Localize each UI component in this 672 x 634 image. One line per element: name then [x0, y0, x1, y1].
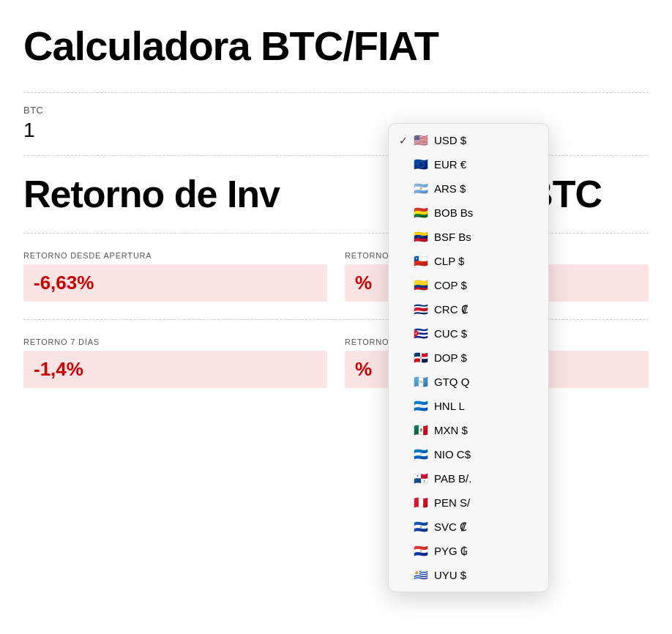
- dropdown-item-cuc[interactable]: 🇨🇺CUC $: [389, 321, 548, 346]
- flag-icon: 🇵🇦: [414, 471, 428, 485]
- dropdown-item-hnl[interactable]: 🇭🇳HNL L: [389, 394, 548, 418]
- dropdown-item-uyu[interactable]: 🇺🇾UYU $: [389, 563, 548, 587]
- dropdown-item-nio[interactable]: 🇳🇮NIO C$: [389, 442, 548, 466]
- flag-icon: 🇨🇱: [414, 254, 428, 268]
- currency-label: HNL L: [434, 400, 465, 412]
- currency-dropdown[interactable]: ✓🇺🇸USD $🇪🇺EUR €🇦🇷ARS $🇧🇴BOB Bs🇻🇪BSF Bs🇨🇱…: [388, 123, 549, 592]
- currency-label: CUC $: [434, 327, 467, 340]
- dropdown-item-cop[interactable]: 🇨🇴COP $: [389, 273, 548, 297]
- flag-icon: 🇪🇺: [414, 157, 428, 171]
- currency-label: DOP $: [434, 351, 467, 364]
- flag-icon: 🇲🇽: [414, 423, 428, 437]
- dropdown-item-ars[interactable]: 🇦🇷ARS $: [389, 176, 548, 201]
- currency-label: ARS $: [434, 182, 466, 195]
- currency-label: PYG ₲: [434, 545, 468, 558]
- flag-icon: 🇦🇷: [414, 182, 428, 195]
- flag-icon: 🇻🇪: [414, 230, 428, 244]
- btc-divider: [23, 155, 649, 156]
- flag-icon: 🇺🇾: [414, 568, 428, 582]
- currency-label: BSF Bs: [434, 231, 471, 243]
- btc-value: 1: [23, 119, 649, 148]
- flag-icon: 🇨🇺: [414, 327, 428, 340]
- currency-label: CRC ₡: [434, 303, 468, 316]
- currency-label: PAB B/.: [434, 472, 471, 485]
- dropdown-item-dop[interactable]: 🇩🇴DOP $: [389, 346, 548, 370]
- dropdown-item-pab[interactable]: 🇵🇦PAB B/.: [389, 466, 548, 491]
- flag-icon: 🇧🇴: [414, 206, 428, 220]
- page-title: Calculadora BTC/FIAT: [23, 23, 649, 69]
- btc-label: BTC: [23, 105, 649, 116]
- returns-section: RETORNO DESDE APERTURA -6,63% RETORNO 1 …: [23, 245, 649, 394]
- currency-label: GTQ Q: [434, 376, 469, 388]
- roi-title-text: Retorno de Inv: [23, 173, 280, 215]
- return-apertura-label: RETORNO DESDE APERTURA: [23, 251, 327, 260]
- currency-label: SVC ₡: [434, 521, 467, 534]
- flag-icon: 🇩🇴: [414, 351, 428, 365]
- dropdown-item-bsf[interactable]: 🇻🇪BSF Bs: [389, 225, 548, 249]
- currency-label: EUR €: [434, 158, 466, 171]
- dropdown-item-pyg[interactable]: 🇵🇾PYG ₲: [389, 539, 548, 563]
- currency-label: UYU $: [434, 569, 466, 581]
- return-7dias-label: RETORNO 7 DÍAS: [23, 337, 327, 346]
- dropdown-item-eur[interactable]: 🇪🇺EUR €: [389, 152, 548, 176]
- flag-icon: 🇵🇾: [414, 544, 428, 558]
- return-7dias: RETORNO 7 DÍAS -1,4%: [23, 332, 327, 394]
- dropdown-item-usd[interactable]: ✓🇺🇸USD $: [389, 128, 548, 152]
- return-7dias-value: -1,4%: [23, 351, 327, 388]
- roi-divider: [23, 233, 649, 234]
- returns-row-1: RETORNO DESDE APERTURA -6,63% RETORNO 1 …: [23, 245, 649, 307]
- page-container: Calculadora BTC/FIAT BTC 1 Retorno de In…: [0, 0, 672, 429]
- dropdown-item-bob[interactable]: 🇧🇴BOB Bs: [389, 201, 548, 225]
- flag-icon: 🇸🇻: [414, 520, 428, 534]
- dropdown-item-clp[interactable]: 🇨🇱CLP $: [389, 249, 548, 273]
- flag-icon: 🇨🇴: [414, 278, 428, 292]
- roi-title: Retorno de Inv BTC: [23, 174, 649, 215]
- currency-label: MXN $: [434, 424, 468, 436]
- mid-divider: [23, 319, 649, 320]
- dropdown-item-pen[interactable]: 🇵🇪PEN S/: [389, 491, 548, 515]
- flag-icon: 🇳🇮: [414, 447, 428, 461]
- currency-label: PEN S/: [434, 496, 470, 509]
- flag-icon: 🇭🇳: [414, 399, 428, 413]
- flag-icon: 🇵🇪: [414, 496, 428, 510]
- dropdown-item-gtq[interactable]: 🇬🇹GTQ Q: [389, 370, 548, 394]
- flag-icon: 🇺🇸: [414, 133, 428, 147]
- return-apertura: RETORNO DESDE APERTURA -6,63%: [23, 245, 327, 307]
- btc-section: BTC 1: [23, 93, 649, 155]
- currency-label: USD $: [434, 134, 466, 146]
- dropdown-item-mxn[interactable]: 🇲🇽MXN $: [389, 418, 548, 442]
- return-apertura-value: -6,63%: [23, 264, 327, 302]
- checkmark-icon: ✓: [399, 135, 414, 146]
- currency-label: COP $: [434, 279, 467, 291]
- dropdown-item-svc[interactable]: 🇸🇻SVC ₡: [389, 515, 548, 539]
- currency-label: CLP $: [434, 255, 464, 267]
- currency-label: BOB Bs: [434, 206, 473, 219]
- currency-label: NIO C$: [434, 448, 471, 460]
- dropdown-item-crc[interactable]: 🇨🇷CRC ₡: [389, 297, 548, 321]
- flag-icon: 🇬🇹: [414, 375, 428, 389]
- returns-row-2: RETORNO 7 DÍAS -1,4% RETORNO 14 DÍAS %: [23, 332, 649, 394]
- flag-icon: 🇨🇷: [414, 302, 428, 316]
